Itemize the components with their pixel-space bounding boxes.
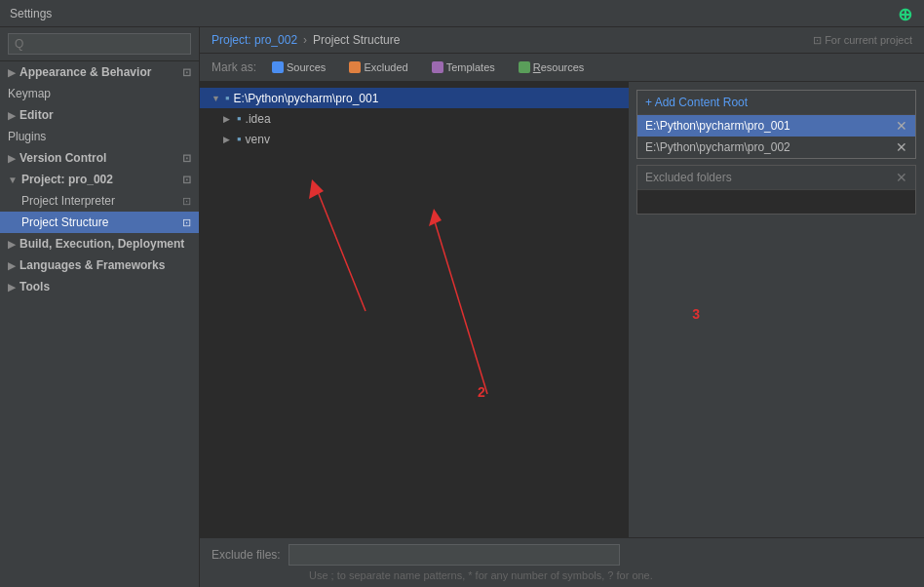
sidebar-item-project-interpreter[interactable]: Project Interpreter ⊡ xyxy=(0,190,199,212)
templates-color-dot xyxy=(432,61,443,73)
app-logo-icon: ⊕ xyxy=(898,4,912,25)
resources-underline: Resources xyxy=(533,61,585,73)
interpreter-icon: ⊡ xyxy=(182,195,191,208)
main-container: ▶ Appearance & Behavior ⊡ Keymap ▶ Edito… xyxy=(0,27,924,587)
excluded-entry xyxy=(637,190,915,214)
arrow-icon: ▶ xyxy=(8,282,16,293)
folder-icon-venv: ▪ xyxy=(237,132,242,146)
tree-item-venv[interactable]: ▶ ▪ venv xyxy=(200,129,629,149)
tree-item-idea[interactable]: ▶ ▪ .idea xyxy=(200,108,629,129)
exclude-files-row: Exclude files: xyxy=(212,544,912,566)
sidebar: ▶ Appearance & Behavior ⊡ Keymap ▶ Edito… xyxy=(0,27,200,587)
annotation-3: 3 xyxy=(692,306,700,322)
sidebar-item-editor[interactable]: ▶ Editor xyxy=(0,104,199,126)
remove-root-2-button[interactable]: ✕ xyxy=(896,140,907,154)
title-bar-title: Settings xyxy=(10,7,52,20)
project-icon: ⊡ xyxy=(182,174,191,186)
exclude-files-label: Exclude files: xyxy=(212,548,281,562)
title-bar: Settings ⊕ xyxy=(0,0,924,27)
exclude-hint: Use ; to separate name patterns, * for a… xyxy=(212,569,912,581)
bottom-bar: Exclude files: Use ; to separate name pa… xyxy=(200,537,924,587)
sidebar-item-project[interactable]: ▼ Project: pro_002 ⊡ xyxy=(0,169,199,190)
content-root-entry-2[interactable]: E:\Python\pycharm\pro_002 ✕ xyxy=(637,137,915,158)
close-excluded-button[interactable]: ✕ xyxy=(896,171,907,184)
breadcrumb-sep: › xyxy=(303,33,307,47)
arrow-icon: ▶ xyxy=(8,239,16,250)
folder-icon-root: ▪ xyxy=(225,91,230,105)
mark-as-label: Mark as: xyxy=(212,60,256,74)
sidebar-item-appearance[interactable]: ▶ Appearance & Behavior ⊡ xyxy=(0,61,199,83)
project-area: ▼ ▪ E:\Python\pycharm\pro_001 ▶ ▪ .idea … xyxy=(200,82,924,537)
arrow-icon: ▶ xyxy=(8,260,16,271)
sidebar-item-project-structure[interactable]: Project Structure ⊡ xyxy=(0,212,199,233)
right-panel: + Add Content Root E:\Python\pycharm\pro… xyxy=(629,82,924,537)
settings-icon: ⊡ xyxy=(182,66,191,79)
mark-templates-button[interactable]: Templates xyxy=(424,59,503,75)
resources-color-dot xyxy=(519,61,530,73)
arrow-icon: ▶ xyxy=(8,153,16,164)
excluded-color-dot xyxy=(349,61,361,73)
sidebar-item-build[interactable]: ▶ Build, Execution, Deployment xyxy=(0,233,199,254)
tree-arrow-root: ▼ xyxy=(212,94,221,103)
svg-line-0 xyxy=(434,218,487,394)
breadcrumb-current: Project Structure xyxy=(313,33,400,47)
exclude-files-input[interactable] xyxy=(289,544,620,566)
arrow-icon: ▶ xyxy=(8,67,16,78)
sidebar-item-tools[interactable]: ▶ Tools xyxy=(0,276,199,297)
svg-marker-1 xyxy=(429,209,442,226)
arrow-icon: ▶ xyxy=(8,110,16,121)
breadcrumb-tag: ⊡ For current project xyxy=(813,34,912,47)
mark-as-bar: Mark as: Sources Excluded Templates Reso… xyxy=(200,54,924,82)
annotation-2: 2 xyxy=(478,384,485,400)
sidebar-item-languages[interactable]: ▶ Languages & Frameworks xyxy=(0,254,199,276)
search-box xyxy=(0,27,199,61)
content-root-entry-1[interactable]: E:\Python\pycharm\pro_001 ✕ xyxy=(637,115,915,137)
mark-resources-button[interactable]: Resources xyxy=(511,59,593,75)
remove-root-1-button[interactable]: ✕ xyxy=(896,119,907,133)
sidebar-item-plugins[interactable]: Plugins xyxy=(0,126,199,147)
mark-sources-button[interactable]: Sources xyxy=(264,59,333,75)
excluded-section: Excluded folders ✕ xyxy=(636,165,916,215)
breadcrumb-project[interactable]: Project: pro_002 xyxy=(212,33,297,47)
sidebar-item-keymap[interactable]: Keymap xyxy=(0,83,199,104)
content-root-header: + Add Content Root xyxy=(637,91,915,115)
arrow-icon: ▼ xyxy=(8,175,18,185)
tree-arrow-idea: ▶ xyxy=(223,114,233,124)
folder-icon-idea: ▪ xyxy=(237,111,242,126)
excluded-header: Excluded folders ✕ xyxy=(637,166,915,190)
sidebar-item-version-control[interactable]: ▶ Version Control ⊡ xyxy=(0,147,199,169)
tree-arrow-venv: ▶ xyxy=(223,135,233,144)
vcs-icon: ⊡ xyxy=(182,152,191,165)
breadcrumb: Project: pro_002 › Project Structure ⊡ F… xyxy=(200,27,924,54)
structure-icon: ⊡ xyxy=(182,216,191,229)
sources-color-dot xyxy=(272,61,284,73)
tree-item-root[interactable]: ▼ ▪ E:\Python\pycharm\pro_001 xyxy=(200,88,629,108)
add-content-root-button[interactable]: + Add Content Root xyxy=(645,96,748,109)
tree-panel: ▼ ▪ E:\Python\pycharm\pro_001 ▶ ▪ .idea … xyxy=(200,82,629,537)
mark-excluded-button[interactable]: Excluded xyxy=(341,59,415,75)
content-area: Project: pro_002 › Project Structure ⊡ F… xyxy=(200,27,924,587)
search-input[interactable] xyxy=(8,33,191,55)
